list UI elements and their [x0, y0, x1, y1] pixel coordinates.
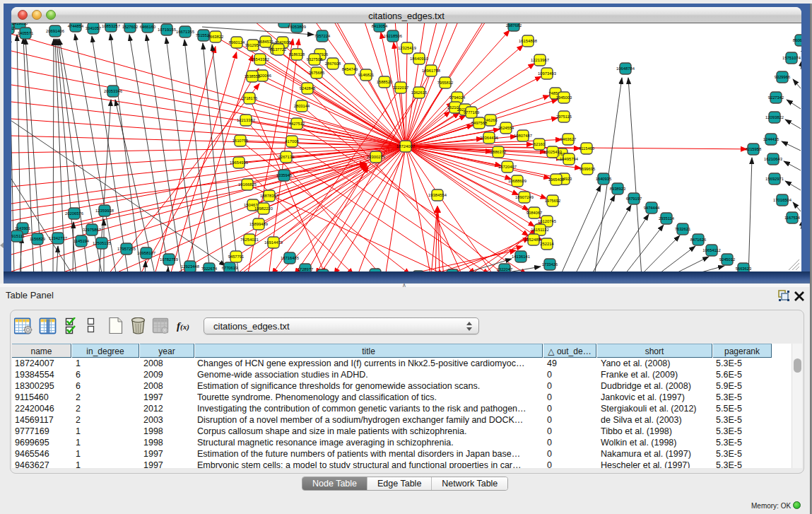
svg-text:6770619: 6770619 — [222, 266, 238, 270]
svg-text:8186328: 8186328 — [289, 52, 305, 57]
svg-text:16053809: 16053809 — [288, 25, 306, 29]
svg-text:12923448: 12923448 — [181, 264, 199, 269]
svg-text:12213967: 12213967 — [531, 58, 549, 62]
svg-text:18640910: 18640910 — [410, 57, 428, 61]
svg-text:8960124: 8960124 — [229, 40, 245, 45]
svg-text:9242848: 9242848 — [300, 86, 316, 90]
svg-text:252214: 252214 — [540, 242, 554, 246]
svg-text:19218506: 19218506 — [384, 34, 402, 38]
svg-text:20691406: 20691406 — [46, 29, 64, 33]
svg-text:17957255: 17957255 — [117, 247, 136, 251]
svg-text:3915111: 3915111 — [11, 234, 25, 238]
svg-text:1335945: 1335945 — [276, 173, 293, 177]
svg-text:12359938: 12359938 — [95, 209, 114, 213]
svg-text:6879197: 6879197 — [626, 197, 642, 201]
svg-text:1588520: 1588520 — [377, 80, 393, 84]
svg-text:10973493: 10973493 — [538, 71, 556, 76]
svg-text:1610755: 1610755 — [233, 139, 249, 143]
svg-text:9084067: 9084067 — [526, 211, 543, 215]
svg-text:9227342: 9227342 — [768, 95, 784, 100]
svg-text:10782759: 10782759 — [160, 257, 178, 262]
svg-text:10648784: 10648784 — [616, 66, 635, 71]
svg-text:3222017: 3222017 — [393, 86, 409, 90]
svg-text:1419610: 1419610 — [12, 23, 28, 25]
svg-text:6497568: 6497568 — [471, 121, 488, 125]
svg-text:10025433: 10025433 — [543, 150, 562, 154]
svg-text:1975692: 1975692 — [545, 199, 561, 203]
svg-text:15751074: 15751074 — [782, 56, 801, 60]
svg-text:18907249: 18907249 — [515, 195, 534, 199]
svg-text:12505135: 12505135 — [93, 241, 111, 245]
svg-text:9474444: 9474444 — [644, 206, 660, 210]
svg-text:12342737: 12342737 — [49, 236, 67, 240]
svg-text:1965400: 1965400 — [548, 177, 565, 182]
svg-text:1405571: 1405571 — [18, 31, 34, 35]
svg-text:8413054: 8413054 — [372, 24, 388, 28]
svg-text:1640935: 1640935 — [596, 177, 612, 181]
svg-text:15720407: 15720407 — [498, 165, 517, 169]
svg-text:8454749: 8454749 — [342, 67, 358, 71]
svg-text:1945003: 1945003 — [556, 95, 572, 100]
svg-text:5137722: 5137722 — [271, 47, 287, 52]
svg-text:9777169: 9777169 — [464, 110, 480, 115]
svg-text:20364436: 20364436 — [480, 136, 498, 140]
svg-text:12325419: 12325419 — [398, 46, 416, 50]
svg-text:23300275: 23300275 — [367, 155, 385, 159]
svg-text:20053346: 20053346 — [104, 89, 122, 93]
svg-text:16154808: 16154808 — [519, 39, 537, 43]
svg-text:76254021: 76254021 — [240, 238, 259, 242]
svg-text:1362615: 1362615 — [411, 90, 428, 95]
svg-text:1538552: 1538552 — [245, 74, 261, 78]
svg-text:18878357: 18878357 — [260, 194, 278, 198]
svg-text:2867608: 2867608 — [325, 62, 341, 66]
svg-text:19654935: 19654935 — [230, 160, 248, 165]
svg-text:16914479: 16914479 — [264, 240, 283, 245]
svg-text:1143901: 1143901 — [15, 226, 30, 230]
svg-text:16210643: 16210643 — [764, 157, 782, 161]
svg-text:15716485: 15716485 — [281, 256, 299, 260]
svg-text:1244415: 1244415 — [763, 137, 779, 141]
svg-text:12093822: 12093822 — [765, 115, 784, 119]
svg-text:19982220: 19982220 — [254, 206, 273, 211]
svg-text:7663822: 7663822 — [208, 35, 224, 39]
svg-text:17016504: 17016504 — [773, 198, 792, 202]
svg-text:10807487: 10807487 — [514, 134, 532, 138]
svg-text:12213382: 12213382 — [237, 118, 255, 122]
svg-text:3675685: 3675685 — [309, 71, 325, 75]
svg-text:8215958: 8215958 — [746, 147, 762, 151]
svg-text:7357224: 7357224 — [314, 34, 331, 38]
svg-text:16543382: 16543382 — [251, 57, 269, 62]
svg-text:10719155: 10719155 — [158, 28, 176, 32]
svg-text:7632621: 7632621 — [675, 227, 691, 231]
svg-text:4744854: 4744854 — [68, 24, 84, 28]
svg-text:19384554: 19384554 — [428, 193, 447, 197]
svg-text:2886372: 2886372 — [490, 150, 507, 154]
svg-text:19166825: 19166825 — [238, 182, 257, 187]
svg-text:4668136: 4668136 — [276, 23, 293, 24]
svg-text:1167534: 1167534 — [784, 216, 801, 220]
svg-text:3624554: 3624554 — [498, 126, 514, 130]
svg-text:10688609: 10688609 — [508, 179, 526, 183]
svg-text:7022674: 7022674 — [201, 267, 218, 271]
svg-text:9463627: 9463627 — [560, 137, 577, 141]
svg-text:1733426: 1733426 — [542, 262, 558, 267]
svg-text:20206576: 20206576 — [65, 211, 83, 216]
svg-text:5663623: 5663623 — [736, 267, 752, 271]
svg-text:3267130: 3267130 — [278, 155, 295, 159]
svg-text:2987682: 2987682 — [506, 23, 522, 28]
svg-text:4684531: 4684531 — [258, 40, 274, 44]
svg-text:16151132: 16151132 — [531, 228, 548, 232]
svg-text:9794024: 9794024 — [449, 95, 466, 100]
svg-text:8427512: 8427512 — [289, 122, 305, 126]
svg-text:f(x): f(x) — [177, 320, 189, 332]
svg-text:6466160: 6466160 — [140, 25, 156, 29]
svg-text:7955812: 7955812 — [437, 81, 454, 85]
svg-text:1156829: 1156829 — [30, 237, 45, 241]
svg-text:19495794: 19495794 — [560, 157, 579, 161]
svg-text:9327508: 9327508 — [307, 57, 323, 62]
svg-text:2935114: 2935114 — [659, 216, 675, 221]
svg-text:2803144: 2803144 — [294, 104, 310, 108]
svg-text:15899489: 15899489 — [249, 222, 268, 226]
svg-text:15692971: 15692971 — [765, 177, 784, 181]
svg-text:8606962: 8606962 — [793, 38, 801, 42]
